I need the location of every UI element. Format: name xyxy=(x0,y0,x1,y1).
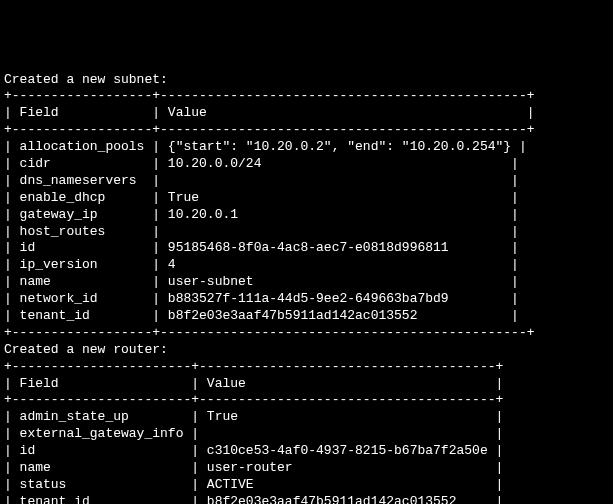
table-row: | network_id | b883527f-111a-44d5-9ee2-6… xyxy=(4,291,609,308)
table-row: | name | user-subnet | xyxy=(4,274,609,291)
table-row: | name | user-router | xyxy=(4,460,609,477)
table-row: | admin_state_up | True | xyxy=(4,409,609,426)
table-border: +-----------------------+---------------… xyxy=(4,392,609,409)
table-row: | host_routes | | xyxy=(4,224,609,241)
table-row: | cidr | 10.20.0.0/24 | xyxy=(4,156,609,173)
table-row: | enable_dhcp | True | xyxy=(4,190,609,207)
router-heading: Created a new router: xyxy=(4,342,609,359)
table-header-row: | Field | Value | xyxy=(4,105,609,122)
table-border: +------------------+--------------------… xyxy=(4,122,609,139)
subnet-heading: Created a new subnet: xyxy=(4,72,609,89)
table-border: +------------------+--------------------… xyxy=(4,88,609,105)
table-border: +-----------------------+---------------… xyxy=(4,359,609,376)
table-header-row: | Field | Value | xyxy=(4,376,609,393)
table-row: | gateway_ip | 10.20.0.1 | xyxy=(4,207,609,224)
table-row: | allocation_pools | {"start": "10.20.0.… xyxy=(4,139,609,156)
table-border: +------------------+--------------------… xyxy=(4,325,609,342)
table-row: | id | 95185468-8f0a-4ac8-aec7-e0818d996… xyxy=(4,240,609,257)
table-row: | ip_version | 4 | xyxy=(4,257,609,274)
table-row: | id | c310ce53-4af0-4937-8215-b67ba7f2a… xyxy=(4,443,609,460)
table-row: | status | ACTIVE | xyxy=(4,477,609,494)
table-row: | tenant_id | b8f2e03e3aaf47b5911ad142ac… xyxy=(4,308,609,325)
table-row: | external_gateway_info | | xyxy=(4,426,609,443)
table-row: | dns_nameservers | | xyxy=(4,173,609,190)
table-row: | tenant_id | b8f2e03e3aaf47b5911ad142ac… xyxy=(4,494,609,504)
